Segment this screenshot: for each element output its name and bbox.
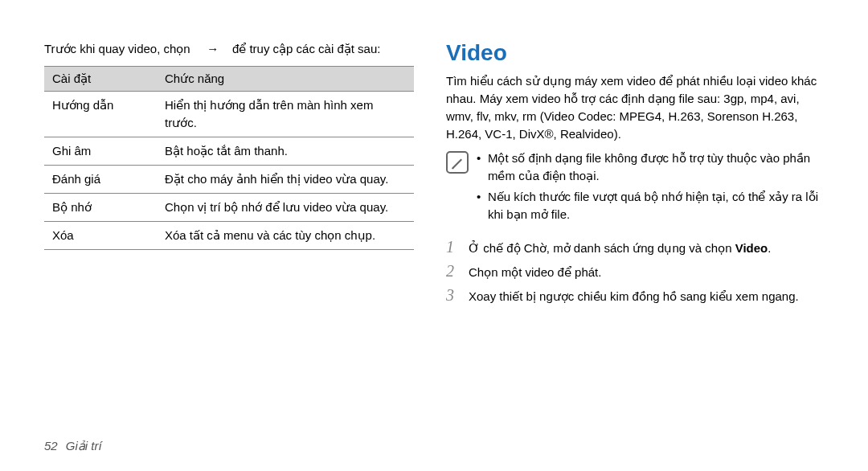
right-column: Video Tìm hiểu cách sử dụng máy xem vide… — [446, 40, 824, 310]
table-row: Hướng dẫn Hiển thị hướng dẫn trên màn hì… — [44, 92, 414, 137]
cell-desc: Đặt cho máy ảnh hiển thị video vừa quay. — [157, 166, 414, 194]
header-function: Chức năng — [157, 67, 414, 92]
note-list: Một số định dạng file không được hỗ trợ … — [477, 149, 824, 227]
table-row: Xóa Xóa tất cả menu và các tùy chọn chụp… — [44, 222, 414, 250]
cell-desc: Bật hoặc tắt âm thanh. — [157, 137, 414, 166]
note-item: Nếu kích thước file vượt quá bộ nhớ hiện… — [477, 188, 824, 223]
left-column: Trước khi quay video, chọn → để truy cập… — [44, 40, 414, 310]
step-number: 3 — [446, 286, 459, 304]
note-box: Một số định dạng file không được hỗ trợ … — [446, 149, 824, 227]
video-description: Tìm hiểu cách sử dụng máy xem video để p… — [446, 72, 824, 143]
page-footer: 52 Giải trí — [44, 439, 102, 453]
step-number: 1 — [446, 238, 459, 256]
cell-name: Bộ nhớ — [44, 194, 157, 222]
section-title: Video — [446, 40, 824, 66]
step-text: Chọn một video để phát. — [469, 264, 601, 281]
cell-name: Hướng dẫn — [44, 92, 157, 137]
step-text: Xoay thiết bị ngược chiều kim đồng hồ sa… — [469, 288, 799, 305]
arrow-icon: → — [203, 40, 222, 58]
table-row: Đánh giá Đặt cho máy ảnh hiển thị video … — [44, 166, 414, 194]
step-item: 3 Xoay thiết bị ngược chiều kim đồng hồ … — [446, 286, 824, 305]
cell-name: Ghi âm — [44, 137, 157, 166]
cell-desc: Xóa tất cả menu và các tùy chọn chụp. — [157, 222, 414, 250]
step-item: 1 Ở chế độ Chờ, mở danh sách ứng dụng và… — [446, 238, 824, 257]
intro-post: để truy cập các cài đặt sau: — [232, 42, 381, 55]
cell-desc: Hiển thị hướng dẫn trên màn hình xem trư… — [157, 92, 414, 137]
settings-table: Cài đặt Chức năng Hướng dẫn Hiển thị hướ… — [44, 66, 414, 250]
step-number: 2 — [446, 262, 459, 280]
table-row: Bộ nhớ Chọn vị trí bộ nhớ để lưu video v… — [44, 194, 414, 222]
intro-pre: Trước khi quay video, chọn — [44, 42, 190, 55]
note-icon — [446, 151, 469, 174]
header-setting: Cài đặt — [44, 67, 157, 92]
step-list: 1 Ở chế độ Chờ, mở danh sách ứng dụng và… — [446, 238, 824, 305]
cell-name: Đánh giá — [44, 166, 157, 194]
step-text: Ở chế độ Chờ, mở danh sách ứng dụng và c… — [469, 240, 771, 257]
note-item: Một số định dạng file không được hỗ trợ … — [477, 149, 824, 185]
step-item: 2 Chọn một video để phát. — [446, 262, 824, 281]
cell-desc: Chọn vị trí bộ nhớ để lưu video vừa quay… — [157, 194, 414, 222]
intro-text: Trước khi quay video, chọn → để truy cập… — [44, 40, 414, 58]
page-number: 52 — [44, 439, 58, 453]
table-row: Ghi âm Bật hoặc tắt âm thanh. — [44, 137, 414, 166]
table-header-row: Cài đặt Chức năng — [44, 67, 414, 92]
cell-name: Xóa — [44, 222, 157, 250]
footer-section: Giải trí — [66, 439, 102, 453]
